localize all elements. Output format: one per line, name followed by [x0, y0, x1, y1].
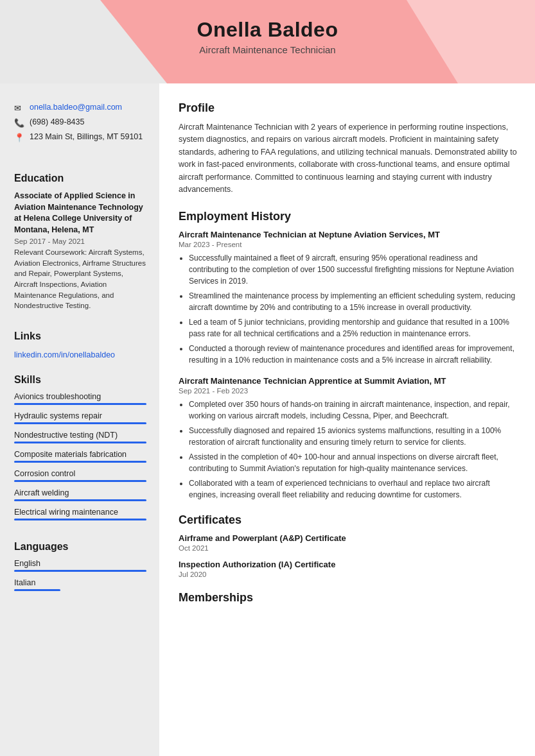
skill-name: Aircraft welding — [14, 488, 146, 497]
links-title: Links — [14, 331, 146, 342]
job-bullet: Assisted in the completion of 40+ 100-ho… — [189, 451, 517, 474]
lang-item: Italian — [14, 578, 146, 591]
links-section: Links linkedin.com/in/onellabaldeo — [14, 319, 146, 360]
skill-bar — [14, 499, 146, 501]
email-item: ✉ onella.baldeo@gmail.com — [14, 103, 146, 113]
job-bullet: Collaborated with a team of experienced … — [189, 477, 517, 501]
skill-name: Corrosion control — [14, 469, 146, 478]
memberships-title: Memberships — [179, 591, 517, 605]
header: Onella Baldeo Aircraft Maintenance Techn… — [0, 0, 535, 83]
cert-entry: Airframe and Powerplant (A&P) Certificat… — [179, 533, 517, 552]
phone-number: (698) 489-8435 — [30, 117, 84, 126]
edu-degree: Associate of Applied Science in Aviation… — [14, 191, 146, 236]
job-entry: Aircraft Maintenance Technician at Neptu… — [179, 230, 517, 366]
jobs-list: Aircraft Maintenance Technician at Neptu… — [179, 230, 517, 501]
skill-bar — [14, 461, 146, 463]
cert-name: Inspection Authorization (IA) Certificat… — [179, 560, 517, 569]
lang-bar — [14, 570, 146, 572]
job-bullets: Completed over 350 hours of hands-on tra… — [179, 399, 517, 501]
education-title: Education — [14, 173, 146, 184]
education-entry: Associate of Applied Science in Aviation… — [14, 191, 146, 311]
skill-item: Electrical wiring maintenance — [14, 508, 146, 520]
job-bullet: Led a team of 5 junior technicians, prov… — [189, 316, 517, 339]
job-date: Sep 2021 - Feb 2023 — [179, 387, 517, 395]
skills-list: Avionics troubleshooting Hydraulic syste… — [14, 392, 146, 520]
cert-date: Oct 2021 — [179, 544, 517, 552]
profile-title: Profile — [179, 101, 517, 115]
employment-title: Employment History — [179, 210, 517, 223]
main-content: Profile Aircraft Maintenance Technician … — [159, 83, 535, 756]
skill-item: Nondestructive testing (NDT) — [14, 431, 146, 443]
skill-name: Composite materials fabrication — [14, 450, 146, 459]
body: ✉ onella.baldeo@gmail.com 📞 (698) 489-84… — [0, 83, 535, 756]
address-text: 123 Main St, Billings, MT 59101 — [30, 132, 143, 141]
cert-date: Jul 2020 — [179, 571, 517, 578]
job-title: Aircraft Maintenance Technician at Neptu… — [179, 230, 517, 239]
skill-bar — [14, 422, 146, 424]
skill-name: Hydraulic systems repair — [14, 411, 146, 420]
header-content: Onella Baldeo Aircraft Maintenance Techn… — [13, 18, 522, 55]
job-bullet: Conducted a thorough review of maintenan… — [189, 343, 517, 366]
phone-item: 📞 (698) 489-8435 — [14, 117, 146, 128]
lang-item: English — [14, 559, 146, 572]
cert-entry: Inspection Authorization (IA) Certificat… — [179, 560, 517, 578]
skills-section: Skills Avionics troubleshooting Hydrauli… — [14, 363, 146, 527]
lang-bar — [14, 589, 60, 591]
resume-container: Onella Baldeo Aircraft Maintenance Techn… — [0, 0, 535, 756]
phone-icon: 📞 — [14, 118, 24, 128]
edu-date: Sep 2017 - May 2021 — [14, 237, 146, 245]
job-bullet: Successfully diagnosed and repaired 15 a… — [189, 425, 517, 448]
certificates-title: Certificates — [179, 513, 517, 527]
skill-bar — [14, 442, 146, 443]
skills-title: Skills — [14, 374, 146, 386]
cert-name: Airframe and Powerplant (A&P) Certificat… — [179, 533, 517, 543]
skill-name: Electrical wiring maintenance — [14, 508, 146, 517]
languages-list: English Italian — [14, 559, 146, 591]
skill-name: Avionics troubleshooting — [14, 392, 146, 401]
location-icon: 📍 — [14, 133, 24, 142]
languages-title: Languages — [14, 541, 146, 553]
email-icon: ✉ — [14, 103, 24, 113]
job-bullet: Streamlined the maintenance process by i… — [189, 290, 517, 313]
skill-item: Aircraft welding — [14, 488, 146, 501]
languages-section: Languages English Italian — [14, 529, 146, 597]
job-entry: Aircraft Maintenance Technician Apprenti… — [179, 376, 517, 501]
job-date: Mar 2023 - Present — [179, 241, 517, 248]
skill-item: Hydraulic systems repair — [14, 411, 146, 424]
candidate-name: Onella Baldeo — [13, 18, 522, 42]
job-bullets: Successfully maintained a fleet of 9 air… — [179, 252, 517, 366]
linkedin-link[interactable]: linkedin.com/in/onellabaldeo — [14, 350, 115, 359]
skill-item: Avionics troubleshooting — [14, 392, 146, 405]
skill-bar — [14, 403, 146, 405]
job-title: Aircraft Maintenance Technician Apprenti… — [179, 376, 517, 386]
certs-list: Airframe and Powerplant (A&P) Certificat… — [179, 533, 517, 578]
email-link[interactable]: onella.baldeo@gmail.com — [30, 103, 122, 112]
lang-name: Italian — [14, 578, 146, 587]
sidebar: ✉ onella.baldeo@gmail.com 📞 (698) 489-84… — [0, 83, 159, 756]
candidate-title: Aircraft Maintenance Technician — [13, 44, 522, 55]
skill-name: Nondestructive testing (NDT) — [14, 431, 146, 440]
job-bullet: Successfully maintained a fleet of 9 air… — [189, 252, 517, 287]
skill-item: Corrosion control — [14, 469, 146, 482]
address-item: 📍 123 Main St, Billings, MT 59101 — [14, 132, 146, 142]
edu-coursework: Relevant Coursework: Aircraft Systems, A… — [14, 247, 146, 311]
profile-text: Aircraft Maintenance Technician with 2 y… — [179, 121, 517, 196]
skill-bar — [14, 519, 146, 520]
education-section: Education Associate of Applied Science i… — [14, 161, 146, 316]
skill-bar — [14, 480, 146, 482]
skill-item: Composite materials fabrication — [14, 450, 146, 463]
job-bullet: Completed over 350 hours of hands-on tra… — [189, 399, 517, 422]
contact-section: ✉ onella.baldeo@gmail.com 📞 (698) 489-84… — [14, 103, 146, 147]
lang-name: English — [14, 559, 146, 568]
